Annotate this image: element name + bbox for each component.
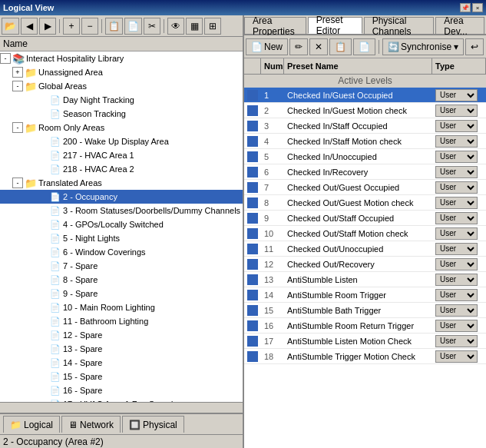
tab-logical[interactable]: 📁 Logical — [3, 416, 60, 433]
row-type[interactable]: User — [432, 287, 486, 303]
type-select[interactable]: User — [435, 120, 478, 132]
row-type[interactable]: User — [432, 303, 486, 318]
row-type[interactable]: User — [432, 349, 486, 364]
tab-physical[interactable]: 🔲 Physical — [122, 416, 184, 433]
row-type[interactable]: User — [432, 164, 486, 180]
redo-button[interactable]: ↩ — [465, 38, 484, 55]
tab-area-dev[interactable]: Area Dev... — [435, 17, 484, 34]
row-type[interactable]: User — [432, 180, 486, 195]
toolbar-copy-btn[interactable]: 📋 — [105, 18, 123, 35]
tree-item-daynight[interactable]: 📄Day Night Tracking — [0, 93, 243, 107]
type-select[interactable]: User — [435, 89, 478, 101]
table-row[interactable]: 7Checked Out/Guest OccupiedUser — [244, 180, 486, 195]
table-row[interactable]: 2Checked In/Guest Motion checkUser — [244, 103, 486, 118]
row-type[interactable]: User — [432, 211, 486, 226]
table-row[interactable]: 11Checked Out/UnoccupiedUser — [244, 241, 486, 257]
toolbar-eye-btn[interactable]: 👁 — [167, 18, 184, 35]
tree-item-translated[interactable]: -📁Translated Areas — [0, 176, 243, 190]
tab-area-properties[interactable]: Area Properties — [244, 17, 306, 34]
table-row[interactable]: 16AntiStumble Room Return TriggerUser — [244, 318, 486, 334]
row-type[interactable]: User — [432, 226, 486, 241]
table-row[interactable]: 1Checked In/Guest OccupiedUser — [244, 88, 486, 103]
table-row[interactable]: 14AntiStumble Room TriggerUser — [244, 287, 486, 303]
table-row[interactable]: 9Checked Out/Staff OccupiedUser — [244, 211, 486, 226]
tree-item-r13[interactable]: 📄13 - Spare — [0, 342, 243, 356]
tree-item-r9[interactable]: 📄9 - Spare — [0, 287, 243, 300]
tree-item-r12[interactable]: 📄12 - Spare — [0, 328, 243, 342]
row-type[interactable]: User — [432, 195, 486, 211]
row-type[interactable]: User — [432, 134, 486, 149]
toolbar-back-btn[interactable]: ◀ — [21, 18, 38, 35]
table-row[interactable]: 15AntiStumble Bath TriggerUser — [244, 303, 486, 318]
close-button[interactable]: × — [472, 3, 483, 12]
tree-item-lib[interactable]: -📚Interact Hospitality Library — [0, 51, 243, 65]
row-type[interactable]: User — [432, 241, 486, 257]
table-row[interactable]: 5Checked In/UnoccupiedUser — [244, 149, 486, 164]
table-row[interactable]: 4Checked In/Staff Motion checkUser — [244, 134, 486, 149]
type-select[interactable]: User — [435, 289, 478, 301]
new-button[interactable]: 📄 New — [246, 38, 288, 55]
type-select[interactable]: User — [435, 227, 478, 240]
table-row[interactable]: 10Checked Out/Staff Motion checkUser — [244, 226, 486, 241]
tree-item-r14[interactable]: 📄14 - Spare — [0, 356, 243, 370]
toolbar-fwd-btn[interactable]: ▶ — [39, 18, 56, 35]
tree-item-global[interactable]: -📁Global Areas — [0, 79, 243, 93]
type-select[interactable]: User — [435, 181, 478, 194]
tree-item-r200[interactable]: 📄200 - Wake Up Display Area — [0, 134, 243, 148]
type-select[interactable]: User — [435, 320, 478, 332]
tab-physical-channels[interactable]: Physical Channels — [364, 17, 435, 34]
row-type[interactable]: User — [432, 257, 486, 272]
type-select[interactable]: User — [435, 151, 478, 163]
left-bottom-scrollbar[interactable] — [0, 402, 243, 413]
type-select[interactable]: User — [435, 258, 478, 270]
type-select[interactable]: User — [435, 243, 478, 255]
tree-container[interactable]: -📚Interact Hospitality Library+📁Unassign… — [0, 51, 243, 402]
tree-expand-btn[interactable]: - — [0, 53, 11, 64]
tree-item-season[interactable]: 📄Season Tracking — [0, 107, 243, 121]
row-type[interactable]: User — [432, 318, 486, 334]
tree-item-r218[interactable]: 📄218 - HVAC Area 2 — [0, 162, 243, 176]
tree-expand-btn[interactable]: + — [12, 67, 23, 78]
toolbar-minus-btn[interactable]: − — [81, 18, 98, 35]
tree-item-r11[interactable]: 📄11 - Bathroom Lighting — [0, 314, 243, 328]
type-select[interactable]: User — [435, 166, 478, 178]
table-row[interactable]: 3Checked In/Staff OccupiedUser — [244, 118, 486, 134]
tree-expand-btn[interactable]: - — [12, 81, 23, 91]
table-row[interactable]: 13AntiStumble ListenUser — [244, 272, 486, 287]
type-select[interactable]: User — [435, 350, 478, 363]
toolbar-code-btn[interactable]: ⊞ — [204, 18, 221, 35]
paste-button[interactable]: 📄 — [353, 38, 375, 55]
type-select[interactable]: User — [435, 335, 478, 347]
copy-button[interactable]: 📋 — [329, 38, 352, 55]
toolbar-folder-btn[interactable]: 📂 — [2, 18, 19, 35]
row-type[interactable]: User — [432, 149, 486, 164]
tab-preset-editor[interactable]: Preset Editor — [308, 17, 362, 34]
row-type[interactable]: User — [432, 88, 486, 103]
tree-expand-btn[interactable]: - — [12, 178, 23, 188]
type-select[interactable]: User — [435, 105, 478, 117]
tree-item-r15[interactable]: 📄15 - Spare — [0, 370, 243, 383]
tree-item-roomonly[interactable]: -📁Room Only Areas — [0, 121, 243, 134]
row-type[interactable]: User — [432, 118, 486, 134]
table-row[interactable]: 18AntiStumble Trigger Motion CheckUser — [244, 349, 486, 364]
pin-button[interactable]: 📌 — [460, 3, 471, 12]
type-select[interactable]: User — [435, 274, 478, 286]
table-row[interactable]: 17AntiStumble Listen Motion CheckUser — [244, 334, 486, 349]
type-select[interactable]: User — [435, 135, 478, 148]
tree-item-r217[interactable]: 📄217 - HVAC Area 1 — [0, 148, 243, 162]
tree-item-r16[interactable]: 📄16 - Spare — [0, 383, 243, 397]
edit-button[interactable]: ✏ — [289, 38, 308, 55]
type-select[interactable]: User — [435, 212, 478, 224]
synchronise-button[interactable]: 🔄 Synchronise ▾ — [382, 38, 464, 55]
tree-item-r5[interactable]: 📄5 - Night Lights — [0, 231, 243, 245]
tree-item-r2[interactable]: 📄2 - Occupancy — [0, 190, 243, 204]
type-select[interactable]: User — [435, 197, 478, 209]
toolbar-plus-btn[interactable]: + — [63, 18, 80, 35]
tab-network[interactable]: 🖥 Network — [61, 416, 121, 433]
row-type[interactable]: User — [432, 272, 486, 287]
toolbar-grid-btn[interactable]: ▦ — [186, 18, 203, 35]
tree-item-r8[interactable]: 📄8 - Spare — [0, 273, 243, 287]
type-select[interactable]: User — [435, 304, 478, 317]
toolbar-del-btn[interactable]: ✂ — [144, 18, 160, 35]
tree-item-r6[interactable]: 📄6 - Window Coverings — [0, 245, 243, 259]
